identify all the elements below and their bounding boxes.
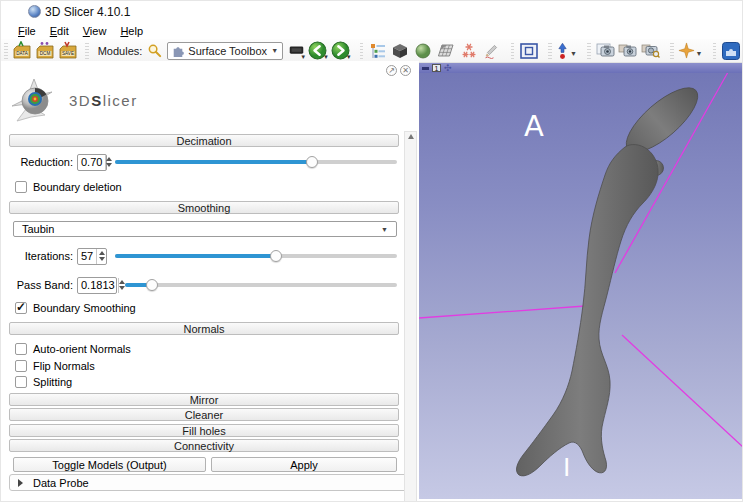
navigate-forward-button[interactable]: ▼ (329, 40, 352, 61)
menu-bar: File Edit View Help (1, 23, 743, 39)
flip-normals-label: Flip Normals (33, 360, 95, 372)
module-transforms-button[interactable] (435, 40, 458, 61)
threed-view-controller-bar[interactable]: 1 ✣ (419, 63, 743, 73)
transforms-grid-icon (438, 43, 454, 59)
layout-selector-button[interactable] (517, 40, 540, 61)
module-selector[interactable]: Surface Toolbox ▼ (167, 42, 283, 60)
module-volumes-button[interactable] (389, 40, 412, 61)
cleaner-header[interactable]: Cleaner (9, 408, 399, 421)
boundary-deletion-label: Boundary deletion (33, 181, 122, 193)
volumes-cube-icon (392, 43, 408, 59)
scroll-up-icon[interactable] (408, 134, 414, 139)
extensions-manager-button[interactable] (719, 40, 742, 61)
main-toolbar: DATA DCM SAVE Modules: (1, 39, 742, 63)
module-history-button[interactable]: ▼ (287, 40, 306, 61)
toolbar-grip (548, 43, 552, 59)
menu-file[interactable]: File (11, 25, 43, 37)
spin-arrows-icon[interactable] (118, 278, 125, 293)
slider-handle[interactable] (270, 250, 282, 262)
normals-header[interactable]: Normals (9, 322, 399, 335)
connectivity-header[interactable]: Connectivity (9, 439, 399, 452)
toggle-models-button[interactable]: Toggle Models (Output) (13, 457, 206, 472)
flip-normals-checkbox[interactable] (15, 360, 27, 372)
scene-view-save-button[interactable] (616, 40, 639, 61)
slider-handle[interactable] (306, 156, 318, 168)
reduction-value: 0.70 (78, 155, 105, 170)
boundary-smoothing-label: Boundary Smoothing (33, 302, 136, 314)
auto-orient-normals-checkbox[interactable] (15, 343, 27, 355)
menu-help[interactable]: Help (113, 25, 150, 37)
view-pane-label: 1 (432, 64, 441, 72)
module-search-button[interactable] (146, 40, 163, 61)
chevron-down-icon: ▼ (381, 226, 388, 233)
view-pin-icon[interactable] (422, 67, 429, 70)
crosshair-star-icon (678, 42, 695, 59)
boundary-deletion-checkbox[interactable] (15, 181, 27, 193)
spin-arrows-icon[interactable] (96, 249, 106, 264)
svg-text:DATA: DATA (16, 51, 29, 56)
vessel-model[interactable] (516, 78, 707, 476)
scene-view-restore-icon (641, 43, 660, 58)
mirror-header[interactable]: Mirror (9, 393, 399, 406)
slicer-logo: 3DSlicer (9, 77, 138, 123)
reduction-slider[interactable] (115, 156, 397, 168)
smoothing-header[interactable]: Smoothing (9, 201, 399, 214)
data-probe-label: Data Probe (33, 477, 89, 489)
load-data-button[interactable]: DATA (11, 40, 34, 61)
svg-text:DCM: DCM (40, 51, 51, 56)
passband-slider[interactable] (125, 279, 397, 291)
scene-view-restore-button[interactable] (639, 40, 662, 61)
reduction-row: Reduction: 0.70 (9, 153, 397, 171)
iterations-spinbox[interactable]: 57 (77, 248, 107, 265)
chevron-down-icon: ▼ (346, 54, 352, 60)
mouse-interaction-button[interactable] (555, 40, 570, 61)
slicer-logo-text: 3DSlicer (69, 92, 138, 109)
chevron-down-icon[interactable]: ▼ (570, 50, 577, 57)
panel-controls: ↗ ✕ (386, 65, 411, 76)
auto-orient-normals-label: Auto-orient Normals (33, 343, 131, 355)
panel-scrollbar[interactable] (404, 131, 417, 502)
crosshair-button[interactable] (677, 40, 696, 61)
chevron-down-icon[interactable]: ▼ (696, 50, 703, 57)
slider-handle[interactable] (146, 279, 158, 291)
iterations-value: 57 (78, 249, 96, 264)
boundary-smoothing-row: Boundary Smoothing (15, 301, 136, 314)
load-dicom-button[interactable]: DCM (33, 40, 56, 61)
smoothing-method-combo[interactable]: Taubin ▼ (13, 221, 397, 237)
module-data-button[interactable] (366, 40, 389, 61)
apply-button[interactable]: Apply (211, 457, 397, 472)
smoothing-method-value: Taubin (22, 223, 381, 235)
boundary-smoothing-checkbox[interactable] (15, 302, 27, 314)
navigate-back-button[interactable]: ▼ (306, 40, 329, 61)
logo-licer: licer (103, 92, 138, 109)
fill-holes-header[interactable]: Fill holes (9, 424, 399, 437)
layout-icon (520, 43, 538, 59)
slicer-window: 3D Slicer 4.10.1 File Edit View Help DAT… (0, 0, 743, 502)
reduction-spinbox[interactable]: 0.70 (77, 154, 107, 171)
load-data-icon: DATA (11, 41, 33, 61)
spin-arrows-icon[interactable] (105, 155, 112, 170)
splitting-checkbox[interactable] (15, 376, 27, 388)
undock-panel-icon[interactable]: ↗ (386, 65, 397, 76)
module-markups-button[interactable] (457, 40, 480, 61)
menu-edit[interactable]: Edit (43, 25, 76, 37)
threed-scene (419, 63, 743, 499)
module-panel: ↗ ✕ 3DSlicer Decim (1, 61, 419, 502)
module-annotations-button[interactable] (480, 40, 503, 61)
data-probe-collapsible[interactable]: Data Probe (9, 474, 411, 491)
iterations-slider[interactable] (115, 250, 397, 262)
view-settings-gear-icon[interactable]: ✣ (444, 64, 453, 73)
decimation-header[interactable]: Decimation (9, 134, 399, 147)
passband-spinbox[interactable]: 0.1813 (77, 277, 117, 294)
screenshot-button[interactable] (594, 40, 617, 61)
iterations-row: Iterations: 57 (9, 247, 397, 265)
close-panel-icon[interactable]: ✕ (400, 65, 411, 76)
save-button[interactable]: SAVE (56, 40, 79, 61)
splitting-label: Splitting (33, 376, 72, 388)
orientation-label-anterior: A (524, 109, 544, 143)
menu-view[interactable]: View (76, 25, 114, 37)
threed-view[interactable]: 1 ✣ A I (419, 63, 743, 499)
modules-label: Modules: (98, 45, 143, 57)
slicer-logo-icon (9, 77, 59, 123)
module-models-button[interactable] (412, 40, 435, 61)
